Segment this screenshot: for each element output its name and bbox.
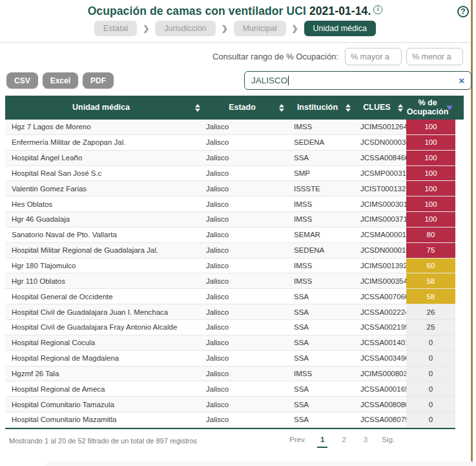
range-filter-label: Consultar rango de % Ocupación: — [212, 52, 338, 61]
breadcrumb-item-jurisdicci-n[interactable]: Jurisdicción — [155, 21, 215, 36]
column-header-estado[interactable]: Estado — [203, 96, 287, 120]
table-row[interactable]: Hospital Comunitario TamazulaJaliscoSSAJ… — [5, 397, 455, 412]
cell-unidad-medica: Hospital General de Occidente — [5, 289, 203, 304]
table-row[interactable]: Hospital Comunitario MazamitlaJaliscoSSA… — [5, 412, 455, 428]
cell-estado: Jalisco — [203, 166, 287, 181]
table-row[interactable]: Hes OblatosJaliscoIMSSJCIMS000301100 — [5, 196, 455, 212]
cell-estado: Jalisco — [203, 366, 287, 381]
cell-unidad-medica: Hospital Militar Regional de Guadalajara… — [5, 243, 203, 258]
cell-unidad-medica: Hospital Regional Cocula — [5, 335, 203, 350]
page-edge-stripe — [471, 0, 473, 466]
pagination-page-2[interactable]: 2 — [338, 436, 349, 447]
breadcrumb: Estatal❯Jurisdicción❯Municipal❯Unidad mé… — [0, 21, 470, 36]
column-header-ocupacion[interactable]: % de Ocupación — [406, 96, 455, 120]
page-header: Ocupación de camas con ventilador UCI202… — [0, 5, 470, 18]
export-pdf-button[interactable]: PDF — [83, 72, 114, 89]
breadcrumb-separator-icon: ❯ — [292, 24, 298, 33]
cell-institucion: SSA — [287, 289, 354, 304]
sort-icon — [279, 104, 284, 112]
column-label: Unidad médica — [72, 103, 130, 112]
range-max-input[interactable] — [406, 48, 463, 65]
cell-ocupacion: 100 — [406, 196, 455, 211]
table-row[interactable]: Hospital Civil de Guadalajara Fray Anton… — [5, 320, 455, 335]
table-row[interactable]: Hospital Militar Regional de Guadalajara… — [5, 243, 455, 259]
table-row[interactable]: Hospital General de OccidenteJaliscoSSAJ… — [5, 289, 455, 304]
cell-institucion: IMSS — [287, 259, 354, 273]
table-row[interactable]: Hospital Real San José S.cJaliscoSMPJCSM… — [5, 166, 455, 182]
cell-institucion: IMSS — [287, 120, 354, 134]
cell-unidad-medica: Hgr 46 Guadalaja — [5, 212, 203, 227]
column-header-unidad-medica[interactable]: Unidad médica — [5, 96, 203, 120]
cell-unidad-medica: Hospital Regional de Ameca — [5, 381, 203, 396]
export-excel-button[interactable]: Excel — [43, 72, 78, 89]
table-row[interactable]: Hospital Civil de Guadalajara Juan I. Me… — [5, 304, 455, 320]
column-header-clues[interactable]: CLUES — [354, 96, 406, 120]
table-row[interactable]: Sanatorio Naval de Pto. VallartaJaliscoS… — [5, 228, 455, 243]
cell-ocupacion: 80 — [406, 228, 455, 242]
clear-search-icon[interactable]: × — [459, 76, 471, 85]
help-icon[interactable]: ? — [457, 6, 469, 17]
cell-unidad-medica: Hgzmf 26 Tala — [5, 366, 203, 381]
search-input[interactable]: JALISCO × — [244, 71, 471, 90]
cell-ocupacion: 26 — [406, 304, 455, 319]
cell-clues: JCIMS000354 — [354, 273, 406, 288]
range-filter: Consultar rango de % Ocupación: — [212, 48, 463, 65]
cell-clues: JCIMS000301 — [354, 196, 406, 211]
pagination-page-3[interactable]: 3 — [360, 436, 371, 447]
sort-icon — [195, 104, 200, 112]
records-summary: Mostrando 1 al 20 de 52 filtrado de un t… — [9, 437, 197, 445]
table-row[interactable]: Hospital Regional de MagdalenaJaliscoSSA… — [5, 351, 455, 366]
table-row[interactable]: Hospital Regional de AmecaJaliscoSSAJCSS… — [5, 381, 455, 397]
cell-clues: JCSMA000011 — [354, 228, 406, 242]
breadcrumb-item-estatal[interactable]: Estatal — [94, 21, 137, 36]
cell-clues: JCSSA007066 — [354, 289, 406, 304]
cell-institucion: SSA — [287, 304, 354, 319]
cell-ocupacion: 100 — [406, 212, 455, 227]
column-header-institucion[interactable]: Institución — [287, 96, 354, 120]
table-row[interactable]: Hospital Regional CoculaJaliscoSSAJCSSA0… — [5, 335, 455, 351]
table-row[interactable]: Hgr 180 TlajomulcoJaliscoIMSSJCIMS001392… — [5, 259, 455, 274]
breadcrumb-item-unidad-m-dica[interactable]: Unidad médica — [304, 21, 376, 36]
cell-institucion: SSA — [287, 351, 354, 366]
table-row[interactable]: Hgz 7 Lagos de MorenoJaliscoIMSSJCIMS001… — [5, 120, 455, 135]
table-row[interactable]: Hgzmf 26 TalaJaliscoIMSSJCIMS0008030 — [5, 366, 455, 382]
cell-ocupacion: 58 — [406, 289, 455, 304]
cell-unidad-medica: Hgz 7 Lagos de Moreno — [5, 120, 203, 134]
table-row[interactable]: Valentin Gomez FariasJaliscoISSSTEJCIST0… — [5, 181, 455, 196]
sort-icon — [398, 104, 403, 112]
column-label: % de Ocupación — [407, 99, 449, 116]
table-row[interactable]: Hgr 46 GuadalajaJaliscoIMSSJCIMS00037110… — [5, 212, 455, 228]
cell-institucion: IMSS — [287, 212, 354, 227]
table-row[interactable]: Enfermería Militar de Zapopan Jal.Jalisc… — [5, 135, 455, 151]
pagination-next[interactable]: Sig. — [382, 436, 395, 447]
cell-clues: JCSSA008075 — [354, 412, 406, 427]
cell-clues: JCIMS001264 — [354, 120, 406, 134]
header-divider — [0, 42, 470, 43]
table-header: Unidad médica Estado Institución CLUES %… — [5, 96, 464, 120]
cell-ocupacion: 100 — [406, 151, 455, 165]
cell-unidad-medica: Hospital Civil de Guadalajara Juan I. Me… — [5, 304, 203, 319]
cell-ocupacion: 100 — [406, 166, 455, 181]
cell-estado: Jalisco — [203, 320, 287, 335]
table-row[interactable]: Hospital Ángel LeañoJaliscoSSAJCSSA00846… — [5, 151, 455, 166]
page-title: Ocupación de camas con ventilador UCI202… — [88, 5, 371, 17]
cell-institucion: SSA — [287, 381, 354, 396]
export-csv-button[interactable]: CSV — [6, 72, 38, 89]
cell-clues: JCIMS000803 — [354, 366, 406, 381]
cell-institucion: SSA — [287, 151, 354, 165]
cell-ocupacion: 0 — [406, 366, 455, 381]
range-min-input[interactable] — [345, 48, 402, 65]
info-icon[interactable]: i — [373, 5, 382, 14]
cell-institucion: SSA — [287, 397, 354, 412]
breadcrumb-item-municipal[interactable]: Municipal — [234, 21, 286, 36]
cell-clues: JCSSA008080 — [354, 397, 406, 412]
cell-clues: JCIST000132 — [354, 181, 406, 196]
pagination-page-1[interactable]: 1 — [317, 436, 327, 448]
cell-unidad-medica: Hospital Regional de Magdalena — [5, 351, 203, 366]
table-body: Hgz 7 Lagos de MorenoJaliscoIMSSJCIMS001… — [5, 120, 455, 428]
cell-estado: Jalisco — [203, 181, 287, 196]
cell-unidad-medica: Enfermería Militar de Zapopan Jal. — [5, 135, 203, 150]
cell-clues: JCSDN000034 — [354, 135, 406, 150]
pagination-prev[interactable]: Prev. — [289, 436, 306, 447]
table-row[interactable]: Hgr 110 OblatosJaliscoIMSSJCIMS00035458 — [5, 273, 455, 289]
